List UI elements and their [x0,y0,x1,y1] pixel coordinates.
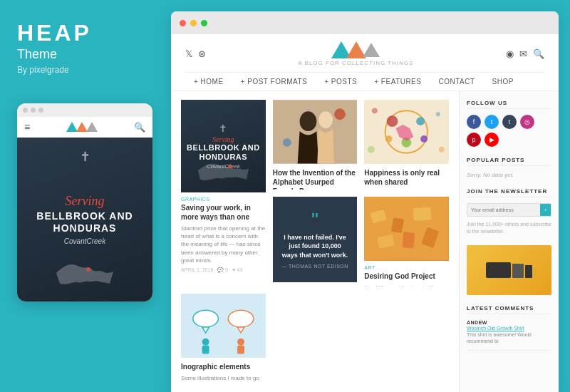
post-meta-bellbrook: APRIL 1, 2018 💬 0 ♥ 43 [181,267,266,273]
post-card-body-happiness: Happiness is only real when shared I've … [364,164,449,190]
post-title-desiring[interactable]: Desiring God Project [364,272,449,281]
browser-content: 𝕏 ⊛ A BLOG FOR COLLECTING THINGS ◉ ✉ 🔍 [171,34,559,392]
rss-icon[interactable]: ◉ [506,48,514,59]
newsletter-submit[interactable]: › [540,204,551,216]
post-card-women: How the Invention of the Alphabet Usurpe… [273,100,358,190]
svg-point-6 [283,138,291,147]
search-icon[interactable]: 🔍 [134,122,145,133]
sidebar-newsletter-title: JOIN THE NEWSLETTER [467,188,551,197]
newsletter-input[interactable] [467,205,540,215]
post-excerpt-desiring: I had Vimeo video inspire the pleasure o… [364,284,449,287]
nav-features[interactable]: + FEATURES [366,73,430,91]
post-image-quote: " I have not failed. I've just found 10,… [273,197,358,282]
newsletter-form: › [467,203,551,217]
mobile-hero: ✝ Serving BELLBROOK ANDHONDURAS CovantCr… [17,138,152,301]
post-card-body-bellbrook: GRAPHICS Saving your work, in more ways … [181,192,266,276]
site-tagline: A BLOG FOR COLLECTING THINGS [298,60,413,66]
mobile-nav: ≡ 🔍 [17,117,152,138]
browser-dot-red[interactable] [180,20,186,26]
popular-posts-empty: Sorry. No data yet. [467,172,551,178]
brand-by: By pixelgrade [17,65,154,75]
site-nav: + HOME + POST FORMATS + POSTS + FEATURES… [185,72,544,91]
post-image-women [273,100,358,164]
svg-rect-31 [237,346,244,354]
svg-point-0 [86,267,90,272]
product-image[interactable] [467,245,551,295]
browser-dot-yellow[interactable] [190,20,197,26]
svg-point-30 [237,339,244,346]
post-title-women[interactable]: How the Invention of the Alphabet Usurpe… [273,168,358,190]
svg-rect-18 [364,197,449,261]
device-tablet [512,264,524,278]
post-card-body-desiring: ART Desiring God Project I had Vimeo vid… [364,261,449,287]
quote-mark: " [311,210,318,230]
dot-3 [38,108,43,113]
sidebar-popular-posts: POPULAR POSTS Sorry. No data yet. [467,157,551,178]
post-likes-bellbrook: ♥ 43 [232,267,242,272]
svg-point-13 [420,135,428,143]
post-image-bellbrook: ✝ Serving BELLBROOK ANDHONDURAS CovantCr… [181,100,266,192]
svg-point-5 [334,108,346,120]
post-date-bellbrook: APRIL 1, 2018 [181,267,213,272]
svg-point-26 [193,310,219,327]
pinterest-icon[interactable]: ⊛ [198,48,206,59]
tumblr-icon[interactable]: t [502,115,517,129]
post-title-bellbrook[interactable]: Saving your work, in more ways than one [181,203,266,222]
post-title-happiness[interactable]: Happiness is only real when shared [364,168,449,187]
svg-point-3 [299,111,316,131]
youtube-icon[interactable]: ▶ [484,133,499,147]
post-card-body-infographic: Inographic elements Some illustrations I… [181,358,266,383]
sidebar-newsletter: JOIN THE NEWSLETTER › Join the 11,000+ o… [467,188,551,235]
sidebar-comments-title: LATEST COMMENTS [467,305,551,314]
svg-rect-29 [202,346,209,354]
post-category-bellbrook: GRAPHICS [181,197,266,202]
hero-map [49,252,120,294]
svg-point-16 [368,146,375,153]
site-header-top: 𝕏 ⊛ A BLOG FOR COLLECTING THINGS ◉ ✉ 🔍 [185,41,544,66]
twitter-icon[interactable]: 𝕏 [185,48,192,59]
comment-author: ANDEW [467,320,551,325]
sidebar: FOLLOW US f t t ◎ p ▶ POPULAR POSTS Sorr… [459,91,559,392]
post-card-happiness: Happiness is only real when shared I've … [364,100,449,190]
svg-rect-24 [403,232,415,248]
nav-shop[interactable]: SHOP [484,73,522,91]
hamburger-icon[interactable]: ≡ [24,121,30,133]
brand-title: HEAP [17,21,154,44]
email-icon[interactable]: ✉ [519,48,527,59]
dot-2 [31,108,36,113]
twitter-social-icon[interactable]: t [484,115,499,129]
nav-home[interactable]: + HOME [185,73,232,91]
nav-posts[interactable]: + POSTS [316,73,366,91]
device-phone [525,265,532,278]
post-image-happiness [364,100,449,164]
post-comments-bellbrook: 💬 0 [217,267,228,273]
mobile-logo [66,122,98,132]
site-logo-area: A BLOG FOR COLLECTING THINGS [298,41,413,66]
facebook-icon[interactable]: f [467,115,481,129]
search-header-icon[interactable]: 🔍 [533,48,544,59]
instagram-icon[interactable]: ◎ [520,115,534,129]
content-area: ✝ Serving BELLBROOK ANDHONDURAS CovantCr… [171,91,459,392]
svg-point-27 [228,310,254,327]
pinterest-social-icon[interactable]: p [467,133,481,147]
svg-point-1 [229,165,232,168]
header-icons: ◉ ✉ 🔍 [506,48,544,59]
hero-text: Serving BELLBROOK ANDHONDURAS CovantCree… [36,194,133,245]
nav-post-formats[interactable]: + POST FORMATS [232,73,316,91]
svg-point-10 [416,117,425,125]
browser-dot-green[interactable] [201,20,207,26]
site-header: 𝕏 ⊛ A BLOG FOR COLLECTING THINGS ◉ ✉ 🔍 [171,34,559,91]
post-card-bellbrook: ✝ Serving BELLBROOK ANDHONDURAS CovantCr… [181,100,266,287]
post-card-body-women: How the Invention of the Alphabet Usurpe… [273,164,358,190]
brand-subtitle: Theme [17,47,154,62]
post-card-desiring: ART Desiring God Project I had Vimeo vid… [364,197,449,287]
product-devices [486,262,532,278]
newsletter-desc: Join the 11,000+ others and subscribe to… [467,221,551,235]
svg-rect-25 [181,294,266,358]
post-title-infographic[interactable]: Inographic elements [181,362,266,371]
nav-contact[interactable]: CONTACT [430,73,483,91]
post-category-desiring: ART [364,265,449,270]
site-logo-triangles [331,41,380,58]
comment-link[interactable]: Woolrich Old Growth Shirt [467,326,551,331]
svg-rect-21 [413,207,432,221]
